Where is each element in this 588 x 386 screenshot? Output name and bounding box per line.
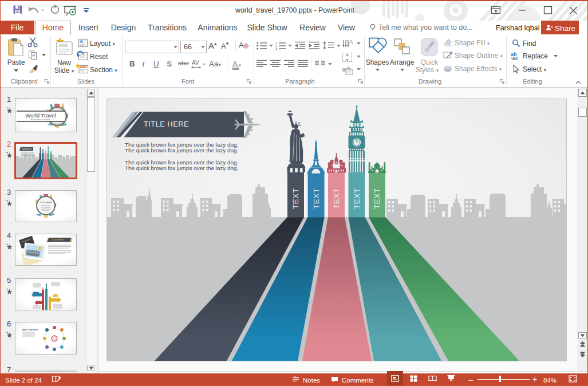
- svg-text:TEXT: TEXT: [332, 188, 341, 209]
- svg-text:Add a Title Here: Add a Title Here: [22, 329, 38, 331]
- svg-text:TITLE HERE: TITLE HERE: [52, 239, 64, 241]
- svg-text:The quick brown fox jumps over: The quick brown fox jumps over the lazy …: [125, 165, 238, 171]
- svg-text:AV: AV: [192, 60, 199, 66]
- svg-text:A: A: [349, 39, 353, 45]
- svg-text:TEXT: TEXT: [353, 188, 361, 209]
- svg-text:TITLE HERE: TITLE HERE: [144, 120, 189, 128]
- svg-text:The quick brown fox jumps over: The quick brown fox jumps over the lazy …: [125, 159, 238, 166]
- svg-text:A: A: [239, 41, 244, 49]
- svg-text:TITLE HERE: TITLE HERE: [40, 202, 52, 204]
- svg-text:The quick brown fox jumps over: The quick brown fox jumps over the lazy …: [125, 141, 238, 148]
- svg-text:TEXT: TEXT: [291, 188, 300, 209]
- svg-text:The quick brown fox jumps over: The quick brown fox jumps over the lazy …: [125, 147, 238, 153]
- svg-text:World Travel: World Travel: [25, 112, 56, 119]
- svg-text:A Presentation Template: A Presentation Template: [31, 119, 51, 121]
- svg-text:3: 3: [275, 47, 277, 50]
- svg-text:TEXT: TEXT: [312, 188, 321, 209]
- svg-text:TEXT: TEXT: [373, 188, 381, 209]
